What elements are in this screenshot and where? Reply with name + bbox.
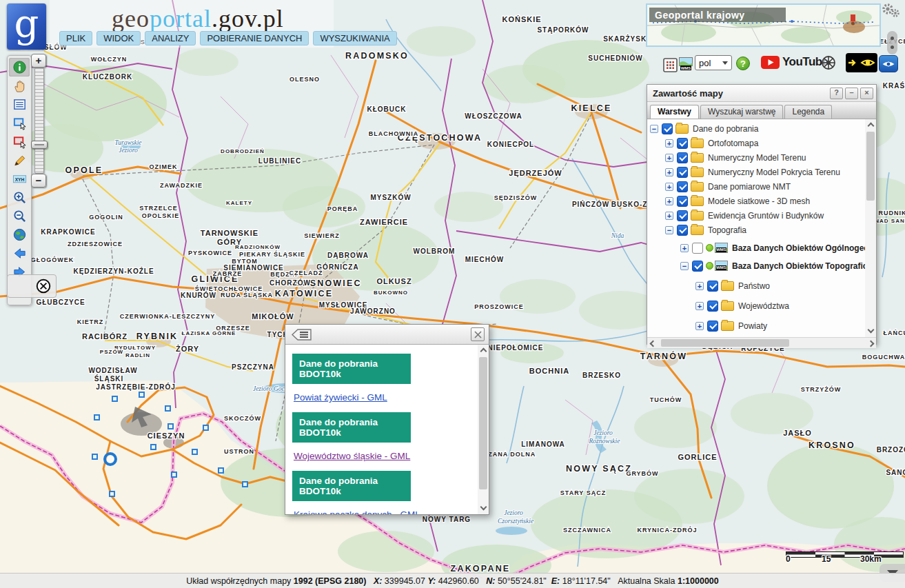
layer-tree-row[interactable]: + WMS Modele siatkowe - 3D mesh (647, 194, 865, 208)
pan-tool[interactable] (9, 77, 30, 95)
draw-tool[interactable] (9, 151, 30, 170)
layer-checkbox[interactable] (662, 123, 673, 134)
youtube-link[interactable]: YouTube (761, 55, 828, 69)
contrast-eye-icon (860, 57, 875, 68)
tree-expander-icon[interactable]: + (665, 154, 673, 162)
tree-expander-icon[interactable]: + (665, 197, 673, 205)
settings-gears-icon[interactable] (879, 2, 900, 21)
tree-expander-icon[interactable]: − (665, 226, 673, 234)
menu-button[interactable]: POBIERANIE DANYCH (200, 31, 309, 45)
layer-checkbox[interactable] (677, 167, 688, 178)
layer-tree-row[interactable]: + WMS Powiaty (647, 318, 865, 333)
layer-checkbox[interactable] (677, 225, 688, 236)
coordinates-xyh-tool[interactable] (9, 170, 30, 188)
popup-scrollbar[interactable] (478, 345, 489, 514)
language-select[interactable]: pol (695, 55, 732, 70)
layer-tree-row[interactable]: − WMS Dane do pobrania (647, 121, 865, 136)
scroll-up-icon[interactable] (480, 348, 486, 354)
status-segment: 339945.07 (382, 576, 427, 586)
zoom-in-tool[interactable] (9, 188, 30, 207)
layer-checkbox[interactable] (707, 301, 718, 312)
zoom-slider-track[interactable] (34, 68, 44, 174)
tree-expander-icon[interactable]: + (665, 183, 673, 191)
layer-checkbox[interactable] (692, 261, 703, 272)
layer-tree-row[interactable]: + WMS Numeryczny Model Pokrycia Terenu (647, 165, 865, 179)
menu-button[interactable]: PLIK (59, 31, 92, 45)
download-section-header[interactable]: Dane do pobrania BDOT10k (292, 354, 411, 384)
panel-window-button[interactable]: – (845, 88, 858, 99)
popup-close-button[interactable] (471, 327, 485, 341)
zoom-out-tool[interactable] (9, 207, 30, 225)
wms-service-button[interactable]: WMS (678, 57, 693, 74)
layer-tree-row[interactable]: − WMS Baza Danych Obiektów Topograficzn (647, 258, 865, 273)
popup-list-button[interactable] (289, 327, 314, 342)
menu-button[interactable]: WIDOK (96, 31, 141, 45)
scroll-left-icon[interactable] (650, 341, 655, 346)
layer-checkbox[interactable] (677, 138, 688, 149)
download-gml-link[interactable]: Krajowa paczka danych - GML (294, 509, 420, 514)
select-rectangle-tool[interactable] (9, 114, 30, 132)
layer-tree-row[interactable]: + WMS Baza Danych Obiektów Ogólnogeogr (647, 241, 865, 255)
map-city-label: RADOMSKO (345, 51, 409, 61)
scroll-down-icon[interactable] (480, 504, 486, 509)
layer-checkbox[interactable] (692, 243, 703, 254)
cancel-tool-icon[interactable] (35, 278, 52, 294)
panel-window-button[interactable]: × (860, 88, 873, 99)
scroll-up-icon[interactable] (868, 123, 873, 128)
layer-tree-row[interactable]: + WMS Państwo (647, 278, 865, 293)
layer-tree-row[interactable]: − WMS Topografia (647, 223, 865, 237)
layer-checkbox[interactable] (707, 281, 718, 292)
previous-view-tool[interactable] (9, 244, 30, 263)
tree-expander-icon[interactable]: + (665, 212, 673, 220)
panel-tab[interactable]: Warstwy (650, 105, 699, 119)
tree-expander-icon[interactable]: + (695, 322, 704, 330)
panel-tab[interactable]: Legenda (784, 105, 832, 119)
results-table-tool[interactable] (9, 95, 30, 114)
layer-tree-row[interactable]: + WMS Ewidencja Gruntów i Budynków (647, 208, 865, 223)
layer-checkbox[interactable] (677, 210, 688, 221)
layer-tree-row[interactable]: + WMS Dane pomiarowe NMT (647, 179, 865, 194)
tree-expander-icon[interactable]: + (665, 168, 673, 176)
help-button[interactable]: ? (736, 57, 750, 70)
layer-checkbox[interactable] (707, 321, 718, 332)
deselect-rectangle-tool[interactable] (9, 132, 30, 151)
layer-checkbox[interactable] (677, 152, 688, 163)
mosaic-legend-button[interactable] (663, 58, 678, 75)
layer-tree-row[interactable]: + WMS Ortofotomapa (647, 136, 865, 150)
accessibility-contrast-toggle[interactable] (846, 53, 877, 72)
panel-horizontal-scrollbar[interactable] (647, 337, 876, 348)
layer-tree-row[interactable]: + WMS Numeryczny Model Terenu (647, 150, 865, 165)
scroll-down-icon[interactable] (868, 327, 873, 332)
zoom-slider-handle[interactable] (31, 141, 48, 149)
download-gml-link[interactable]: Województwo śląskie - GML (294, 451, 410, 461)
overview-zoom-pill[interactable] (887, 31, 897, 54)
tree-expander-icon[interactable]: + (695, 282, 704, 290)
zoom-in-button[interactable]: + (31, 54, 46, 68)
download-section-header[interactable]: Dane do pobrania BDOT10k (292, 471, 411, 501)
menu-button[interactable]: WYSZUKIWANIA (313, 31, 396, 45)
menu-button[interactable]: ANALIZY (145, 31, 196, 45)
tree-expander-icon[interactable]: + (695, 302, 704, 310)
identify-tool[interactable] (9, 58, 30, 77)
overview-map[interactable]: Geoportal krajowy (646, 3, 881, 47)
panel-tab[interactable]: Wyszukaj warstwę (700, 105, 784, 119)
layer-tree-row[interactable]: + WMS Województwa (647, 298, 865, 313)
scroll-right-icon[interactable] (868, 341, 873, 346)
layer-checkbox[interactable] (677, 181, 688, 192)
layer-checkbox[interactable] (677, 196, 688, 207)
tree-expander-icon[interactable]: + (680, 244, 689, 252)
panel-vertical-scrollbar[interactable] (865, 119, 876, 337)
visibility-button[interactable] (879, 55, 898, 72)
wheel-settings-button[interactable] (820, 54, 837, 74)
panel-titlebar[interactable]: Zawartość mapy ?–× (647, 85, 876, 102)
panel-window-button[interactable]: ? (830, 88, 843, 99)
download-section-header[interactable]: Dane do pobrania BDOT10k (292, 412, 411, 443)
download-gml-link[interactable]: Powiat żywiecki - GML (294, 392, 387, 403)
tree-expander-icon[interactable]: − (680, 262, 689, 270)
tree-expander-icon[interactable]: − (650, 125, 658, 133)
zoom-out-button[interactable]: − (31, 174, 46, 187)
geoportal-logo[interactable]: g (7, 3, 46, 50)
tree-expander-icon[interactable]: + (665, 139, 673, 148)
full-extent-tool[interactable] (9, 225, 30, 244)
map-city-label: PSZCZYNA (232, 363, 274, 371)
